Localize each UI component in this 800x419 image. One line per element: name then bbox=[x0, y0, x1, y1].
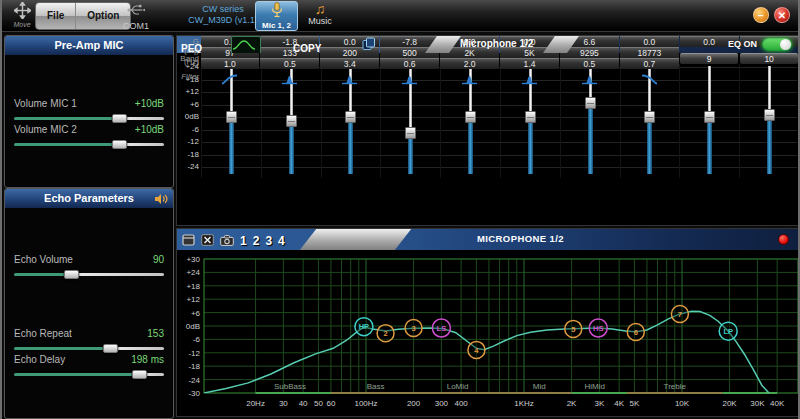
cursor-icon[interactable] bbox=[201, 232, 214, 250]
eq-slider-handle[interactable] bbox=[644, 111, 655, 123]
eq-slider-track bbox=[528, 117, 533, 174]
peq-curve-icon[interactable] bbox=[231, 36, 261, 53]
filter-marker-3[interactable]: 3 bbox=[405, 320, 422, 337]
filter-marker-LP[interactable]: LP bbox=[719, 322, 737, 340]
filter-marker-LS[interactable]: LS bbox=[432, 319, 450, 337]
memory-button-1[interactable]: 1 bbox=[240, 234, 247, 248]
move-handle[interactable]: Move bbox=[7, 2, 37, 28]
filter-marker-2[interactable]: 2 bbox=[377, 325, 394, 342]
slider-handle[interactable] bbox=[64, 270, 79, 279]
volume-mic1-slider[interactable] bbox=[14, 114, 164, 124]
lowpass-filter-icon[interactable] bbox=[619, 69, 679, 85]
x-tick-label: 40 bbox=[299, 399, 308, 408]
bell-filter-icon[interactable] bbox=[260, 69, 320, 85]
echo-title: Echo Parameters bbox=[5, 189, 173, 208]
window-icon[interactable] bbox=[182, 232, 195, 250]
slider-handle[interactable] bbox=[112, 140, 127, 149]
memory-button-2[interactable]: 2 bbox=[253, 234, 260, 248]
bell-filter-icon[interactable] bbox=[440, 69, 500, 85]
db-scale-label: -24 bbox=[178, 162, 199, 171]
filter-marker-HP[interactable]: HP bbox=[355, 318, 373, 336]
move-label: Move bbox=[7, 21, 37, 28]
eq-value-cell bbox=[680, 58, 739, 69]
com-port-label: COM1 bbox=[114, 21, 158, 31]
microphone-icon bbox=[271, 2, 283, 18]
memory-button-3[interactable]: 3 bbox=[265, 234, 272, 248]
com-port-button[interactable]: COM1 bbox=[114, 2, 158, 31]
x-tick-label: 200 bbox=[407, 399, 421, 408]
echo-repeat-slider[interactable] bbox=[14, 344, 164, 354]
filter-row-label: Filter bbox=[179, 72, 199, 81]
camera-icon[interactable] bbox=[220, 232, 234, 250]
bell-filter-icon[interactable] bbox=[500, 69, 560, 85]
eq-value-cell[interactable]: 1.4 bbox=[500, 58, 559, 69]
eq-slider-handle[interactable] bbox=[525, 111, 536, 123]
eq-slider-handle[interactable] bbox=[465, 111, 476, 123]
filter-marker-5[interactable]: 5 bbox=[565, 320, 582, 337]
minimize-button[interactable]: − bbox=[753, 7, 769, 23]
device-series: CW series bbox=[202, 4, 244, 14]
graph-channel-title: MICROPHONE 1/2 bbox=[477, 233, 564, 244]
file-button[interactable]: File bbox=[36, 3, 75, 29]
echo-delay-slider[interactable] bbox=[14, 370, 164, 380]
eq-slider-handle[interactable] bbox=[704, 111, 715, 123]
titlebar: Move File Option COM1 CW series CW_M39D … bbox=[2, 0, 798, 32]
eq-slider-handle[interactable] bbox=[764, 109, 775, 121]
eq-slider-track bbox=[348, 117, 353, 174]
filter-marker-4[interactable]: 4 bbox=[468, 341, 485, 358]
y-tick-label: +18 bbox=[186, 282, 200, 291]
filter-marker-HS[interactable]: HS bbox=[589, 319, 607, 337]
eq-value-cell[interactable]: 0.5 bbox=[260, 58, 319, 69]
copy-icon[interactable] bbox=[362, 37, 376, 53]
eq-slider-handle[interactable] bbox=[226, 111, 237, 123]
volume-mic2-slider[interactable] bbox=[14, 140, 164, 150]
zone-label: Mid bbox=[533, 382, 546, 391]
y-tick-label: -18 bbox=[188, 362, 200, 371]
eq-slider-handle[interactable] bbox=[405, 127, 416, 139]
eq-slider-handle[interactable] bbox=[345, 111, 356, 123]
volume-mic2-group: Volume MIC 2 +10dB bbox=[14, 124, 164, 150]
eq-value-cell[interactable]: 2.0 bbox=[440, 58, 499, 69]
eq-value-cell[interactable]: 0.5 bbox=[560, 58, 619, 69]
eq-slider-handle[interactable] bbox=[585, 97, 596, 109]
copy-button[interactable]: COPY bbox=[293, 43, 321, 53]
y-tick-label: +30 bbox=[186, 255, 200, 264]
filter-marker-7[interactable]: 7 bbox=[671, 305, 688, 322]
tab-mic[interactable]: Mic 1, 2 bbox=[255, 1, 298, 31]
frequency-response-chart[interactable]: +30+24+18+12+60dB-6-12-18-24-3020Hz30405… bbox=[177, 250, 799, 416]
eq-value-cell[interactable]: 18773 bbox=[620, 47, 679, 58]
eq-value-cell[interactable]: 3.4 bbox=[320, 58, 379, 69]
x-tick-label: 400 bbox=[454, 399, 468, 408]
x-tick-label: 20K bbox=[722, 399, 737, 408]
eq-on-toggle[interactable] bbox=[762, 38, 792, 51]
echo-volume-value: 90 bbox=[153, 254, 164, 265]
toggle-knob[interactable] bbox=[780, 39, 791, 50]
highpass-filter-icon[interactable] bbox=[200, 69, 260, 85]
tab-music[interactable]: ♫ Music bbox=[301, 2, 339, 26]
echo-repeat-value: 153 bbox=[147, 328, 164, 339]
slider-handle[interactable] bbox=[132, 370, 147, 379]
y-tick-label: -24 bbox=[188, 376, 200, 385]
echo-volume-group: Echo Volume 90 bbox=[14, 254, 164, 280]
close-button[interactable]: ✕ bbox=[774, 7, 790, 23]
memory-button-4[interactable]: 4 bbox=[278, 234, 285, 248]
y-tick-label: -30 bbox=[188, 389, 200, 398]
eq-value-cell[interactable]: 0.7 bbox=[620, 58, 679, 69]
slider-handle[interactable] bbox=[112, 114, 127, 123]
eq-panel: PEQ COPY Microphone 1/2 EQ ON Band 12345… bbox=[176, 35, 800, 226]
bell-filter-icon[interactable] bbox=[320, 69, 380, 85]
eq-value-cell[interactable]: 1.0 bbox=[201, 58, 260, 69]
echo-volume-label: Echo Volume bbox=[14, 254, 73, 265]
echo-volume-slider[interactable] bbox=[14, 270, 164, 280]
svg-text:5: 5 bbox=[571, 325, 575, 334]
bell-filter-icon[interactable] bbox=[380, 69, 440, 85]
slider-handle[interactable] bbox=[103, 344, 118, 353]
eq-value-cell bbox=[740, 58, 799, 69]
eq-slider-handle[interactable] bbox=[286, 115, 297, 127]
eq-value-cell[interactable]: 0.0 bbox=[620, 36, 679, 47]
bell-filter-icon[interactable] bbox=[559, 69, 619, 85]
svg-text:2: 2 bbox=[383, 329, 387, 338]
filter-marker-6[interactable]: 6 bbox=[627, 324, 644, 341]
db-scale-label: -18 bbox=[178, 150, 199, 159]
eq-value-cell[interactable]: 0.6 bbox=[380, 58, 439, 69]
